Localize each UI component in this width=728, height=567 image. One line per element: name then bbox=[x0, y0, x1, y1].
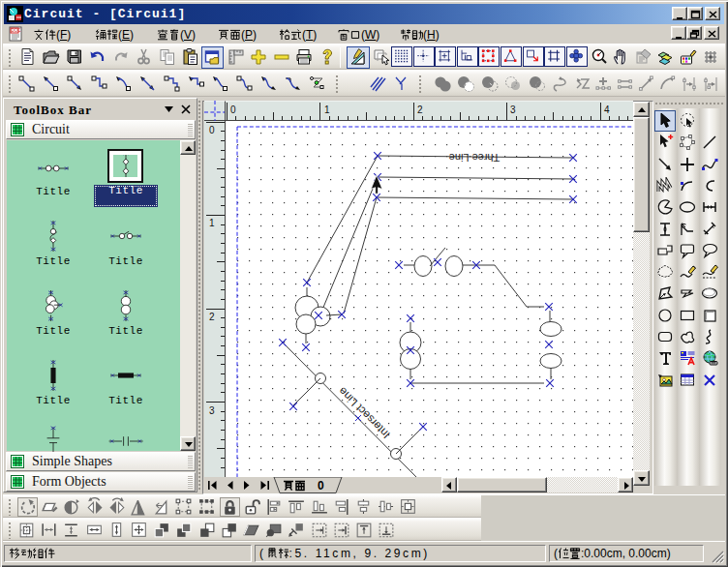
svg-text:0: 0 bbox=[230, 104, 236, 115]
svg-text:1: 1 bbox=[209, 218, 215, 228]
svg-text:3: 3 bbox=[510, 104, 516, 115]
svg-text:Three Line: Three Line bbox=[449, 152, 500, 164]
svg-text:0: 0 bbox=[209, 125, 215, 135]
svg-text:3: 3 bbox=[209, 405, 215, 416]
svg-text:4: 4 bbox=[604, 104, 610, 115]
svg-text:2: 2 bbox=[417, 104, 423, 115]
svg-text:1: 1 bbox=[324, 104, 330, 115]
svg-text:DOC: DOC bbox=[12, 28, 22, 33]
svg-text:2: 2 bbox=[209, 312, 215, 322]
